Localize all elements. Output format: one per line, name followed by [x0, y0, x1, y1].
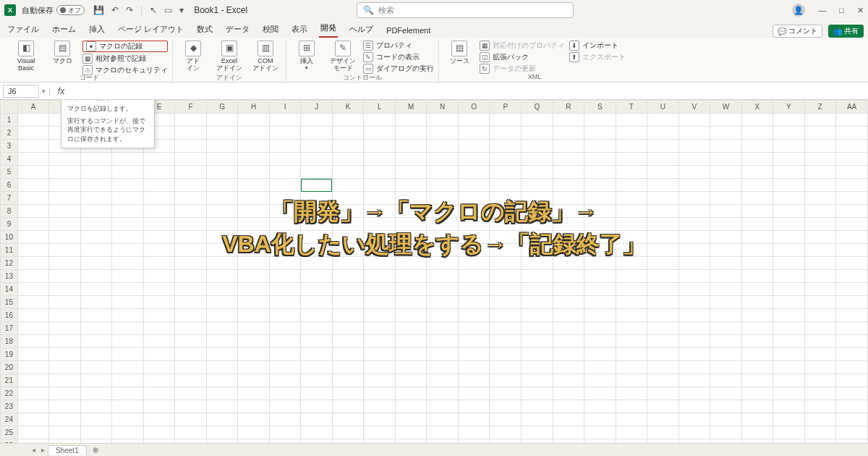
excel-addin-button[interactable]: ▣Excel アドイン: [213, 41, 245, 72]
cell[interactable]: [238, 400, 270, 413]
cell[interactable]: [206, 322, 238, 335]
cell[interactable]: [616, 179, 647, 192]
cell[interactable]: [17, 387, 49, 400]
cell[interactable]: [584, 283, 616, 296]
cell[interactable]: [269, 413, 300, 426]
cell[interactable]: [332, 270, 364, 283]
cell[interactable]: [678, 296, 710, 309]
cell[interactable]: [584, 127, 616, 140]
cell[interactable]: [427, 374, 459, 387]
cell[interactable]: [584, 387, 616, 400]
cell[interactable]: [616, 140, 647, 153]
cell[interactable]: [741, 179, 773, 192]
cell[interactable]: [238, 114, 270, 127]
cell[interactable]: [678, 361, 710, 374]
cell[interactable]: [175, 270, 207, 283]
cell[interactable]: [49, 179, 81, 192]
cell[interactable]: [616, 426, 647, 439]
cell[interactable]: [836, 296, 868, 309]
cell[interactable]: [112, 270, 144, 283]
user-avatar-icon[interactable]: 👤: [792, 4, 805, 17]
autosave-pill[interactable]: オフ: [56, 5, 85, 15]
col-header[interactable]: H: [238, 101, 270, 114]
cell[interactable]: [522, 296, 553, 309]
cell[interactable]: [80, 348, 112, 361]
macro-button[interactable]: ▤ マクロ: [46, 41, 78, 65]
row-header[interactable]: 24: [1, 413, 18, 426]
cell[interactable]: [112, 322, 144, 335]
cell[interactable]: [804, 348, 836, 361]
cell[interactable]: [143, 166, 175, 179]
cell[interactable]: [710, 283, 742, 296]
cell[interactable]: [238, 179, 270, 192]
share-button[interactable]: 👥 共有: [828, 25, 864, 38]
cell[interactable]: [332, 400, 364, 413]
cell[interactable]: [616, 127, 647, 140]
cell[interactable]: [836, 335, 868, 348]
cell[interactable]: [364, 413, 396, 426]
cell[interactable]: [17, 270, 49, 283]
cell[interactable]: [773, 361, 805, 374]
cell[interactable]: [143, 283, 175, 296]
tab-review[interactable]: 校閲: [261, 22, 280, 38]
cell[interactable]: [490, 322, 522, 335]
cell[interactable]: [427, 140, 459, 153]
sheet-nav-prev[interactable]: ◂: [29, 446, 38, 454]
cell[interactable]: [584, 322, 616, 335]
col-header[interactable]: Q: [522, 101, 553, 114]
cell[interactable]: [773, 140, 805, 153]
cell[interactable]: [836, 153, 868, 166]
cell[interactable]: [616, 413, 647, 426]
cell[interactable]: [427, 348, 459, 361]
cell[interactable]: [458, 153, 490, 166]
cell[interactable]: [773, 322, 805, 335]
sheet-tab-1[interactable]: Sheet1: [48, 445, 87, 455]
cell[interactable]: [836, 283, 868, 296]
cell[interactable]: [17, 335, 49, 348]
col-header[interactable]: Z: [804, 101, 836, 114]
cell[interactable]: [458, 374, 490, 387]
cell[interactable]: [238, 387, 270, 400]
cell[interactable]: [553, 374, 584, 387]
row-header[interactable]: 13: [1, 270, 18, 283]
cell[interactable]: [584, 374, 616, 387]
cell[interactable]: [458, 413, 490, 426]
cell[interactable]: [710, 114, 742, 127]
cell[interactable]: [143, 413, 175, 426]
cell[interactable]: [269, 387, 300, 400]
cell[interactable]: [301, 426, 332, 439]
cell[interactable]: [364, 335, 396, 348]
tab-developer[interactable]: 開発: [319, 21, 338, 38]
cell[interactable]: [458, 400, 490, 413]
cell[interactable]: [741, 400, 773, 413]
cell[interactable]: [836, 374, 868, 387]
cell[interactable]: [522, 309, 553, 322]
cell[interactable]: [710, 322, 742, 335]
cell[interactable]: [741, 166, 773, 179]
cell[interactable]: [741, 140, 773, 153]
cell[interactable]: [804, 140, 836, 153]
tab-page-layout[interactable]: ページ レイアウト: [116, 22, 185, 38]
col-header[interactable]: U: [647, 101, 679, 114]
add-sheet-button[interactable]: ⊕: [87, 446, 104, 454]
cell[interactable]: [804, 335, 836, 348]
cell[interactable]: [49, 374, 81, 387]
cell[interactable]: [49, 400, 81, 413]
cell[interactable]: [332, 413, 364, 426]
cell[interactable]: [17, 153, 49, 166]
cell[interactable]: [773, 309, 805, 322]
cell[interactable]: [678, 270, 710, 283]
cell[interactable]: [395, 283, 427, 296]
cell[interactable]: [553, 283, 584, 296]
cell[interactable]: [17, 166, 49, 179]
cell[interactable]: [741, 348, 773, 361]
cell[interactable]: [647, 400, 679, 413]
com-addin-button[interactable]: ▥COM アドイン: [250, 41, 281, 72]
cell[interactable]: [710, 270, 742, 283]
cell[interactable]: [269, 127, 300, 140]
cell[interactable]: [741, 153, 773, 166]
cell[interactable]: [332, 387, 364, 400]
cell[interactable]: [269, 400, 300, 413]
cell[interactable]: [804, 179, 836, 192]
cell[interactable]: [804, 400, 836, 413]
